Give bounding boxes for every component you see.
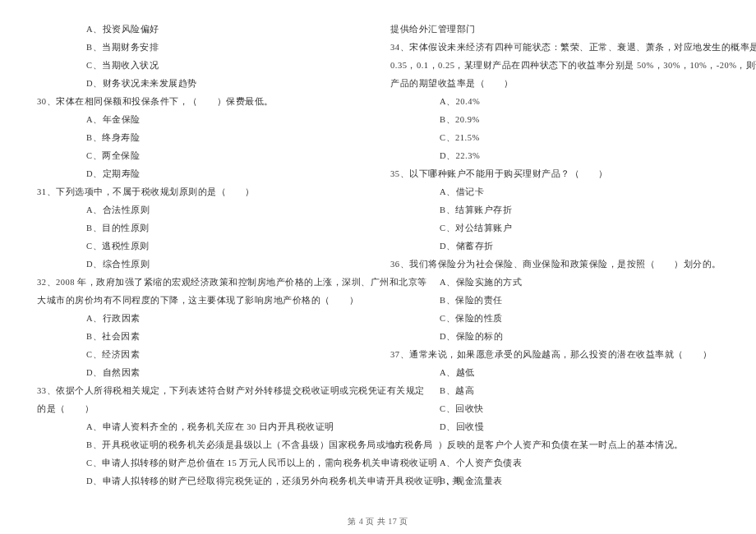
q32-option-d: D、自然因素 (37, 364, 366, 382)
left-column: A、投资风险偏好 B、当期财务安排 C、当期收入状况 D、财务状况未来发展趋势 … (25, 21, 378, 509)
q31-option-a: A、合法性原则 (37, 201, 366, 219)
q32-stem-line1: 32、2008 年，政府加强了紧缩的宏观经济政策和控制房地产价格的上涨，深圳、广… (37, 274, 366, 292)
q37-option-b: B、越高 (390, 382, 719, 400)
q34-stem-line3: 产品的期望收益率是（ ） (390, 75, 719, 93)
q30-option-c: C、两全保险 (37, 147, 366, 165)
q30-option-b: B、终身寿险 (37, 129, 366, 147)
q33-option-a: A、申请人资料齐全的，税务机关应在 30 日内开具税收证明 (37, 418, 366, 436)
q34-option-b: B、20.9% (390, 111, 719, 129)
q32-option-a: A、行政因素 (37, 310, 366, 328)
q31-stem: 31、下列选项中，不属于税收规划原则的是（ ） (37, 183, 366, 201)
q31-option-d: D、综合性原则 (37, 255, 366, 274)
q29-option-c: C、当期收入状况 (37, 57, 366, 75)
q38-option-a: A、个人资产负债表 (390, 454, 719, 472)
q37-stem: 37、通常来说，如果愿意承受的风险越高，那么投资的潜在收益率就（ ） (390, 346, 719, 364)
q38-stem: 38、（ ）反映的是客户个人资产和负债在某一时点上的基本情况。 (390, 436, 719, 454)
q35-stem: 35、以下哪种账户不能用于购买理财产品？（ ） (390, 165, 719, 183)
q36-stem: 36、我们将保险分为社会保险、商业保险和政策保险，是按照（ ）划分的。 (390, 255, 719, 274)
q30-option-a: A、年金保险 (37, 111, 366, 129)
q31-option-b: B、目的性原则 (37, 219, 366, 237)
q34-option-c: C、21.5% (390, 129, 719, 147)
q36-option-b: B、保险的责任 (390, 292, 719, 310)
q32-stem-line2: 大城市的房价均有不同程度的下降，这主要体现了影响房地产价格的（ ） (37, 292, 366, 310)
q30-stem: 30、宋体在相同保额和投保条件下，（ ）保费最低。 (37, 93, 366, 111)
q31-option-c: C、逃税性原则 (37, 237, 366, 255)
q34-option-d: D、22.3% (390, 147, 719, 165)
q32-option-c: C、经济因素 (37, 346, 366, 364)
q35-option-b: B、结算账户存折 (390, 201, 719, 219)
q33-option-c: C、申请人拟转移的财产总价值在 15 万元人民币以上的，需向税务机关申请税收证明 (37, 454, 366, 472)
q33-stem-line2: 的是（ ） (37, 400, 366, 418)
page-footer: 第 4 页 共 17 页 (0, 516, 756, 527)
q29-option-a: A、投资风险偏好 (37, 21, 366, 39)
right-column: 提供给外汇管理部门 34、宋体假设未来经济有四种可能状态：繁荣、正常、衰退、萧条… (378, 21, 731, 509)
page-body: A、投资风险偏好 B、当期财务安排 C、当期收入状况 D、财务状况未来发展趋势 … (0, 0, 756, 509)
q36-option-d: D、保险的标的 (390, 328, 719, 346)
q33-stem-cont: 提供给外汇管理部门 (390, 21, 719, 39)
q35-option-c: C、对公结算账户 (390, 219, 719, 237)
q37-option-d: D、回收慢 (390, 418, 719, 436)
q29-option-d: D、财务状况未来发展趋势 (37, 75, 366, 93)
q38-option-b: B、现金流量表 (390, 472, 719, 490)
q34-stem-line1: 34、宋体假设未来经济有四种可能状态：繁荣、正常、衰退、萧条，对应地发生的概率是… (390, 39, 719, 57)
q35-option-a: A、借记卡 (390, 183, 719, 201)
q33-stem-line1: 33、依据个人所得税相关规定，下列表述符合财产对外转移提交税收证明或完税凭证有关… (37, 382, 366, 400)
q34-stem-line2: 0.35，0.1，0.25，某理财产品在四种状态下的收益率分别是 50%，30%… (390, 57, 719, 75)
q37-option-c: C、回收快 (390, 400, 719, 418)
q33-option-d: D、申请人拟转移的财产已经取得完税凭证的，还须另外向税务机关申请开具税收证明，并 (37, 472, 366, 490)
q34-option-a: A、20.4% (390, 93, 719, 111)
q35-option-d: D、储蓄存折 (390, 237, 719, 255)
q29-option-b: B、当期财务安排 (37, 39, 366, 57)
q36-option-c: C、保险的性质 (390, 310, 719, 328)
q36-option-a: A、保险实施的方式 (390, 274, 719, 292)
q30-option-d: D、定期寿险 (37, 165, 366, 183)
q33-option-b: B、开具税收证明的税务机关必须是县级以上（不含县级）国家税务局或地方税务局 (37, 436, 366, 454)
q32-option-b: B、社会因素 (37, 328, 366, 346)
q37-option-a: A、越低 (390, 364, 719, 382)
